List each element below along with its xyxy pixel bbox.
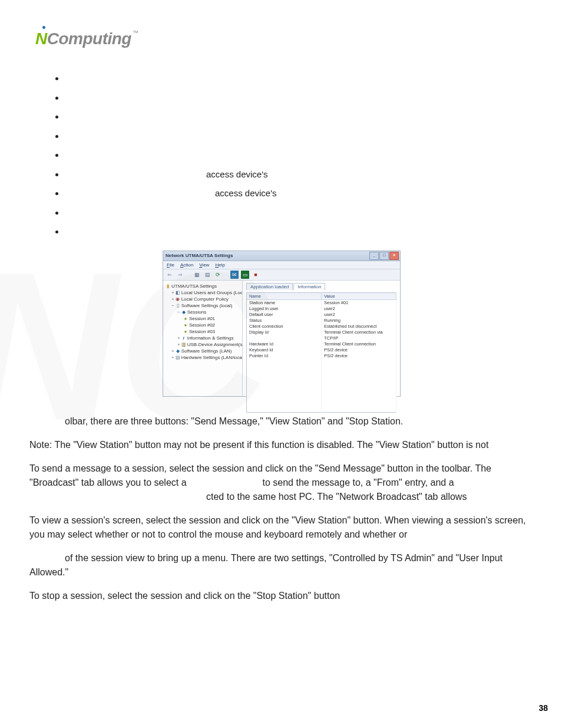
view-station-button[interactable]: ▭: [241, 271, 249, 279]
row-value: PS/2 device: [322, 347, 396, 353]
close-button[interactable]: ×: [389, 252, 399, 260]
tree-sess1[interactable]: Session #01: [189, 316, 215, 321]
window-titlebar: Network UTMA/UTSA Settings _ □ ×: [163, 251, 400, 261]
tree-usb[interactable]: USB-Device Assignment(s): [187, 342, 243, 347]
collapse-icon[interactable]: −: [177, 309, 180, 315]
menu-bar: File Action View Help: [163, 261, 400, 269]
collapse-icon[interactable]: −: [171, 303, 174, 308]
stop-station-button[interactable]: ■: [252, 271, 260, 279]
menu-file[interactable]: File: [167, 262, 174, 268]
para-toolbar-buttons: olbar, there are three buttons: "Send Me…: [29, 414, 533, 429]
nav-tree: ▮UTMA/UTSA Settings +◧Local Users and Gr…: [163, 281, 243, 396]
send-message-button[interactable]: ✉: [230, 271, 239, 279]
tab-information[interactable]: Information: [293, 283, 325, 291]
brand-tm: ™: [133, 29, 138, 36]
row-name: Station name: [247, 299, 322, 306]
page-number: 38: [538, 703, 548, 713]
tree-policy[interactable]: Local Computer Policy: [181, 297, 229, 302]
brand-logo: NComputing™: [35, 29, 533, 48]
info-icon: i: [181, 335, 186, 341]
feature-bullets: access device's access device's: [65, 72, 533, 239]
embedded-screenshot: Network UTMA/UTSA Settings _ □ × File Ac…: [163, 251, 399, 397]
brand-rest: Computing: [47, 29, 131, 48]
row-value: Session #01: [322, 299, 396, 306]
row-name: Logged in user: [247, 306, 322, 312]
row-value: user2: [322, 312, 396, 318]
expand-icon[interactable]: +: [171, 297, 174, 302]
para-note: Note: The "View Station" button may not …: [29, 438, 533, 452]
row-value: Terminal Client connection via TCP/IP: [322, 330, 396, 341]
menu-view[interactable]: View: [199, 262, 209, 268]
tree-root[interactable]: UTMA/UTSA Settings: [171, 284, 217, 289]
back-icon[interactable]: ⇐: [166, 271, 174, 279]
menu-action[interactable]: Action: [180, 262, 193, 268]
sessions-icon: ◆: [181, 309, 186, 315]
row-name: Client connection: [247, 324, 322, 330]
toolbar-icon-1[interactable]: ▦: [193, 271, 201, 279]
info-table: Name Value Station nameSession #01 Logge…: [246, 292, 396, 413]
tree-users[interactable]: Local Users and Groups (Local): [181, 290, 243, 295]
bullet-1: [65, 91, 533, 105]
row-name: Display Id: [247, 330, 322, 341]
refresh-icon[interactable]: ⟳: [214, 271, 222, 279]
session-icon: ●: [183, 315, 188, 322]
row-value: Established but disconnect: [322, 324, 396, 330]
para-view-station: To view a session's screen, select the s…: [29, 513, 533, 542]
doc-icon: ▯: [176, 302, 180, 309]
toolbar-icon-2[interactable]: ▤: [203, 271, 211, 279]
bullet-2: [65, 110, 533, 124]
tree-swset[interactable]: Software Settings (local): [181, 303, 233, 308]
sw-icon: ◆: [176, 348, 180, 354]
row-name: Keyboard Id: [247, 347, 322, 353]
menu-help[interactable]: Help: [215, 262, 224, 268]
para-send-message: To send a message to a session, select t…: [29, 462, 533, 504]
col-name: Name: [247, 292, 322, 299]
bullet-3: [65, 130, 533, 143]
usb-icon: ▥: [181, 341, 186, 348]
para-session-view-menu: of the session view to bring up a menu. …: [29, 551, 533, 579]
row-value: PS/2 device: [322, 353, 396, 359]
brand-n: N: [35, 29, 47, 48]
tree-hw[interactable]: Hardware Settings (LAN/local): [181, 355, 243, 360]
row-value: Terminal Client connection: [322, 341, 396, 347]
maximize-button[interactable]: □: [379, 252, 389, 260]
row-name: Pointer Id: [247, 353, 322, 359]
hw-icon: ▤: [176, 354, 180, 361]
para-stop-station: To stop a session, select the session an…: [29, 589, 533, 603]
toolbar: ⇐ ⇒ ▦ ▤ ⟳ ✉ ▭ ■: [163, 269, 400, 281]
body-text: olbar, there are three buttons: "Send Me…: [29, 414, 533, 603]
expand-icon[interactable]: +: [171, 290, 174, 295]
bullet-4: [65, 149, 533, 162]
minimize-button[interactable]: _: [369, 252, 379, 260]
bullet-5: access device's: [65, 168, 533, 182]
window-title: Network UTMA/UTSA Settings: [166, 253, 233, 258]
policy-icon: ◉: [176, 296, 180, 302]
tree-sess2[interactable]: Session #02: [189, 322, 215, 328]
bullet-8: [65, 225, 533, 239]
session-icon: ●: [183, 328, 188, 335]
row-value: user2: [322, 306, 396, 312]
session-icon: ●: [183, 322, 188, 328]
row-value: Running: [322, 318, 396, 324]
folder-icon: ▮: [166, 283, 170, 289]
expand-icon[interactable]: +: [171, 355, 174, 360]
row-name: Hardware Id: [247, 341, 322, 347]
bullet-6: access device's: [65, 187, 533, 200]
expand-icon[interactable]: +: [177, 342, 180, 347]
row-name: Default user: [247, 312, 322, 318]
tab-app-loaded[interactable]: Application loaded: [246, 283, 293, 290]
forward-icon[interactable]: ⇒: [176, 271, 184, 279]
tree-swlan[interactable]: Software Settings (LAN): [181, 348, 232, 354]
col-value: Value: [322, 292, 396, 299]
expand-icon[interactable]: +: [177, 335, 180, 341]
tree-info[interactable]: Information & Settings: [187, 335, 234, 341]
tree-sess3[interactable]: Session #03: [189, 329, 215, 334]
bullet-7: [65, 206, 533, 220]
bullet-0: [65, 72, 533, 85]
expand-icon[interactable]: +: [171, 348, 174, 354]
tree-sessions[interactable]: Sessions: [187, 309, 206, 315]
row-name: Status: [247, 318, 322, 324]
group-icon: ◧: [176, 289, 180, 296]
